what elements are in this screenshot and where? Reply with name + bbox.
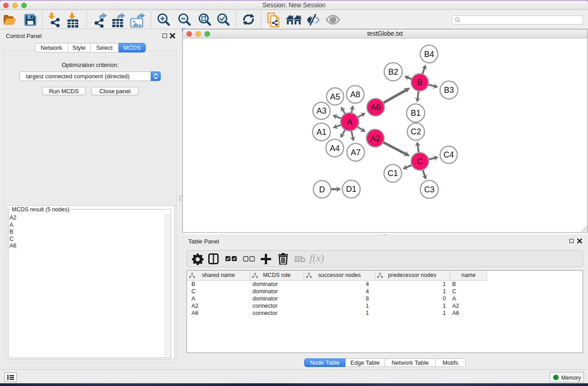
- svg-text:D1: D1: [346, 185, 356, 194]
- svg-text:A4: A4: [330, 144, 339, 153]
- svg-text:C1: C1: [387, 169, 398, 178]
- svg-text:B3: B3: [444, 86, 454, 95]
- svg-text:C4: C4: [444, 150, 454, 159]
- svg-text:A8: A8: [350, 90, 360, 99]
- svg-text:C2: C2: [411, 127, 421, 136]
- svg-text:A: A: [347, 118, 352, 127]
- svg-text:B1: B1: [411, 109, 421, 118]
- svg-text:A7: A7: [351, 148, 361, 157]
- svg-text:B: B: [417, 78, 422, 87]
- svg-text:A2: A2: [370, 134, 380, 143]
- svg-text:C3: C3: [424, 185, 435, 194]
- svg-text:B2: B2: [388, 67, 398, 76]
- svg-text:A3: A3: [316, 106, 326, 115]
- svg-text:A6: A6: [371, 103, 381, 112]
- svg-text:A1: A1: [316, 128, 326, 137]
- svg-text:D: D: [319, 185, 325, 194]
- svg-text:B4: B4: [424, 50, 434, 59]
- svg-text:A5: A5: [330, 92, 340, 101]
- svg-text:C: C: [417, 157, 423, 166]
